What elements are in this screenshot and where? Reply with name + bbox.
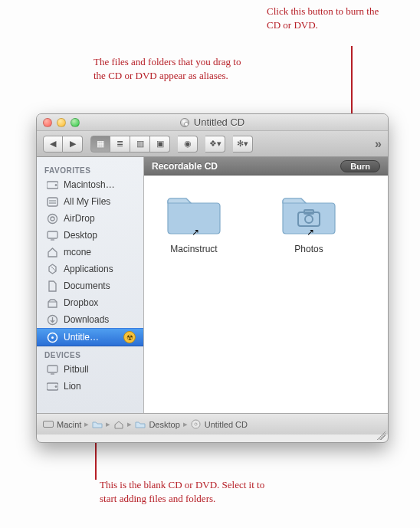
sidebar-item-label: Documents (64, 280, 110, 291)
sidebar-item-desktop[interactable]: Desktop (37, 227, 143, 244)
disc-icon (191, 419, 202, 430)
sidebar-item-dropbox[interactable]: Dropbox (37, 294, 143, 311)
path-separator-icon: ▸ (84, 419, 89, 429)
toolbar: ◀ ▶ ▦ ≣ ▥ ▣ ◉ ❖▾ ✻▾ » (37, 131, 388, 157)
documents-icon (46, 280, 58, 292)
downloads-icon (46, 313, 58, 326)
sidebar-item-disk[interactable]: Macintosh… (37, 176, 143, 193)
path-separator-icon: ▸ (183, 419, 188, 429)
titlebar: Untitled CD (37, 114, 388, 131)
sidebar-item-applications[interactable]: Applications (37, 261, 143, 277)
sidebar-favorites-header: FAVORITES (37, 162, 143, 176)
sidebar-device-lion[interactable]: Lion (37, 378, 143, 395)
quicklook-button[interactable]: ◉ (178, 136, 198, 152)
sidebar-device-pitbull[interactable]: Pitbull (37, 361, 143, 378)
forward-button[interactable]: ▶ (63, 136, 83, 152)
content-row: FAVORITES Macintosh… All My Files AirDro… (37, 157, 388, 413)
sidebar: FAVORITES Macintosh… All My Files AirDro… (37, 157, 144, 413)
toolbar-overflow[interactable]: » (375, 137, 382, 151)
sidebar-item-label: Macintosh… (64, 179, 115, 190)
hdd-icon (46, 179, 58, 191)
disc-icon (46, 331, 58, 343)
airdrop-icon (46, 212, 58, 225)
svg-point-1 (55, 185, 57, 186)
resize-handle[interactable] (376, 431, 386, 440)
alias-arrow-icon: ↗ (161, 227, 230, 238)
svg-point-6 (51, 217, 54, 221)
computer-icon (46, 363, 58, 376)
disc-icon (180, 118, 189, 127)
pathbar-crumb-home[interactable] (113, 419, 124, 430)
list-view-button[interactable]: ≣ (110, 136, 130, 152)
path-separator-icon: ▸ (106, 419, 110, 429)
burn-button[interactable]: Burn (340, 160, 380, 172)
action-button[interactable]: ✻▾ (233, 136, 253, 152)
quicklook-group: ◉ (178, 136, 198, 152)
all-my-files-icon (46, 195, 58, 208)
nav-buttons: ◀ ▶ (43, 136, 83, 152)
home-icon (113, 419, 124, 430)
sidebar-item-airdrop[interactable]: AirDrop (37, 210, 143, 227)
pathbar-crumb-cd[interactable]: Untitled CD (191, 419, 248, 430)
pathbar-crumb-users[interactable] (92, 419, 103, 430)
hdd-icon (43, 419, 54, 430)
svg-rect-14 (48, 366, 57, 372)
annotation-aliases: The files and folders that you drag to t… (94, 55, 247, 82)
folder-icon (135, 419, 146, 430)
svg-point-17 (55, 386, 57, 388)
window-title: Untitled CD (37, 116, 388, 128)
svg-point-13 (51, 336, 54, 339)
pathbar-label: Untitled CD (205, 420, 248, 429)
folder-item-photos[interactable]: ↗ Photos (274, 191, 343, 254)
svg-point-23 (195, 423, 197, 425)
sidebar-item-label: Untitle… (64, 332, 99, 343)
view-buttons: ▦ ≣ ▥ ▣ (90, 136, 170, 152)
pathbar-label: Macint (57, 420, 81, 429)
folder-icon (92, 419, 103, 430)
burn-badge-icon: ☢ (123, 331, 136, 343)
sidebar-item-downloads[interactable]: Downloads (37, 311, 143, 328)
finder-window: Untitled CD ◀ ▶ ▦ ≣ ▥ ▣ ◉ ❖▾ ✻▾ » FAVORI… (36, 113, 389, 443)
applications-icon (46, 263, 58, 275)
dropbox-icon (46, 297, 58, 309)
home-icon (46, 246, 58, 258)
hdd-icon (46, 380, 58, 392)
sidebar-item-label: Lion (64, 381, 81, 392)
svg-line-9 (51, 267, 56, 271)
folder-item-macinstruct[interactable]: ↗ Macinstruct (159, 191, 228, 254)
coverflow-view-button[interactable]: ▣ (150, 136, 170, 152)
action-group: ✻▾ (233, 136, 253, 152)
pathbar-crumb-desktop[interactable]: Desktop (135, 419, 179, 430)
back-button[interactable]: ◀ (43, 136, 63, 152)
svg-rect-7 (48, 231, 57, 238)
main-pane: Recordable CD Burn ↗ Macinstruct (144, 157, 388, 413)
sidebar-item-label: All My Files (64, 196, 110, 207)
sidebar-item-documents[interactable]: Documents (37, 277, 143, 294)
pathbar-crumb-disk[interactable]: Macint (43, 419, 81, 430)
folder-label: Photos (274, 244, 343, 254)
recordable-cd-bar: Recordable CD Burn (144, 157, 388, 175)
alias-arrow-icon: ↗ (276, 227, 345, 238)
sidebar-item-home[interactable]: mcone (37, 244, 143, 261)
column-view-button[interactable]: ▥ (130, 136, 150, 152)
sidebar-item-untitled-cd[interactable]: Untitle… ☢ (37, 328, 143, 346)
sidebar-item-label: mcone (64, 247, 91, 257)
dropbox-button[interactable]: ❖▾ (205, 136, 225, 152)
path-separator-icon: ▸ (127, 419, 132, 429)
annotation-blank-disc: This is the blank CD or DVD. Select it t… (100, 478, 276, 505)
svg-rect-21 (44, 421, 54, 428)
pathbar-label: Desktop (149, 420, 179, 429)
share-group: ❖▾ (205, 136, 225, 152)
svg-rect-2 (48, 198, 57, 206)
icon-area[interactable]: ↗ Macinstruct ↗ Photos (144, 175, 388, 413)
icon-view-button[interactable]: ▦ (90, 136, 110, 152)
pathbar: Macint ▸ ▸ ▸ Desktop ▸ Untitled CD (37, 413, 388, 435)
sidebar-item-label: Desktop (64, 230, 97, 241)
folder-label: Macinstruct (159, 244, 228, 254)
sidebar-item-label: Downloads (64, 314, 109, 325)
sidebar-item-label: Pitbull (64, 364, 89, 375)
annotation-burn: Click this button to burn the CD or DVD. (267, 5, 389, 31)
desktop-icon (46, 229, 58, 241)
svg-point-5 (48, 214, 57, 223)
sidebar-item-allfiles[interactable]: All My Files (37, 193, 143, 210)
